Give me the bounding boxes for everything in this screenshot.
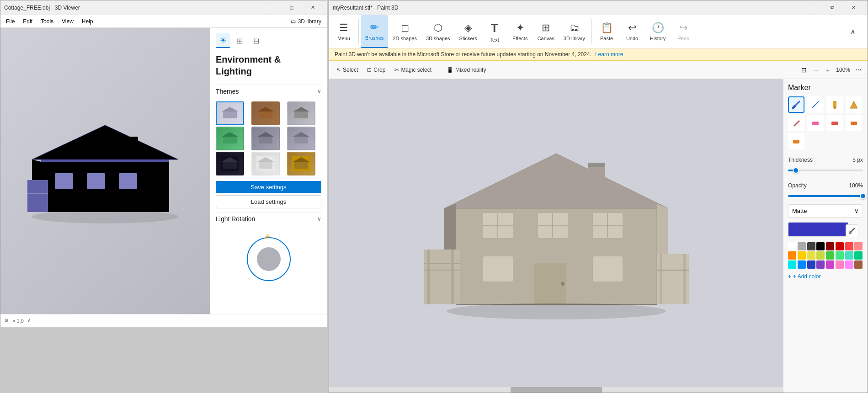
canvas-scrollbar[interactable] [329, 387, 783, 393]
ribbon-paste[interactable]: 📋 Paste [594, 15, 619, 48]
ribbon-history[interactable]: 🕐 History [645, 15, 671, 48]
theme-item-3[interactable] [287, 101, 315, 125]
color-dark-blue[interactable] [807, 260, 815, 269]
ribbon-menu[interactable]: ☰ Menu [331, 15, 357, 48]
color-blue[interactable] [798, 260, 806, 269]
brush-highlighter[interactable] [807, 115, 824, 131]
collapse-icon: ∧ [850, 27, 856, 36]
color-pink-red[interactable] [854, 242, 863, 250]
theme-item-5[interactable] [251, 127, 280, 150]
brush-pen[interactable] [788, 115, 804, 131]
finish-dropdown[interactable]: Matte ∨ [788, 204, 863, 218]
ribbon-brushes[interactable]: ✏ Brushes [361, 15, 388, 48]
opacity-slider[interactable] [788, 191, 863, 201]
light-dial-ring [247, 237, 291, 281]
learn-more-link[interactable]: Learn more [595, 51, 623, 58]
add-color-row[interactable]: + + Add color [788, 271, 863, 281]
ribbon-2d-shapes[interactable]: ◻ 2D shapes [388, 15, 421, 48]
color-pink[interactable] [836, 260, 844, 269]
scrollbar-thumb[interactable] [511, 387, 602, 393]
ribbon-redo[interactable]: ↪ Redo [671, 15, 696, 48]
color-dark-red[interactable] [826, 242, 834, 250]
menu-file[interactable]: File [2, 17, 18, 26]
3d-library-button[interactable]: 🗂 3D library [287, 16, 325, 27]
paint3d-minimize-button[interactable]: ─ [801, 0, 822, 15]
ribbon-3d-library[interactable]: 🗂 3D library [559, 15, 590, 48]
ribbon-canvas[interactable]: ⊞ Canvas [533, 15, 559, 48]
color-light-red[interactable] [845, 242, 853, 250]
color-white[interactable] [788, 242, 796, 250]
theme-item-4[interactable] [216, 127, 244, 150]
theme-item-2[interactable] [251, 101, 280, 125]
zoom-out-button[interactable]: − [810, 64, 821, 75]
theme-item-1[interactable] [216, 101, 244, 125]
color-yellow-orange[interactable] [798, 251, 806, 260]
color-yellow-green[interactable] [816, 251, 825, 260]
crop-tool-button[interactable]: ⊡ Crop [363, 65, 389, 75]
mixed-reality-button[interactable]: 📱 Mixed reality [443, 65, 490, 75]
theme-item-8[interactable] [251, 152, 280, 175]
color-orange[interactable] [788, 251, 796, 260]
light-rotation-header[interactable]: Light Rotation ∨ [216, 212, 321, 225]
minimize-button[interactable]: ─ [260, 0, 281, 15]
paint3d-close-button[interactable]: ✕ [843, 0, 864, 15]
ribbon-text[interactable]: T Text [482, 15, 507, 48]
theme-item-7[interactable] [216, 152, 244, 175]
opacity-thumb[interactable] [860, 193, 866, 199]
color-green[interactable] [826, 251, 834, 260]
brush-calligraphy[interactable] [788, 96, 804, 113]
brush-pencil[interactable] [826, 115, 843, 131]
opacity-label: Opacity [788, 182, 807, 189]
paint3d-restore-button[interactable]: ⧉ [822, 0, 843, 15]
env-lighting-icon-btn[interactable]: ☀ [216, 33, 230, 48]
menu-edit[interactable]: Edit [19, 17, 36, 26]
color-gray[interactable] [798, 242, 806, 250]
brush-watercolor[interactable] [846, 96, 862, 113]
color-mint[interactable] [854, 251, 863, 260]
color-dark-gray[interactable] [807, 242, 815, 250]
load-settings-button[interactable]: Load settings [216, 195, 321, 208]
thickness-row: Thickness 5 px [788, 157, 863, 163]
select-label: Select [343, 67, 358, 73]
color-light-pink[interactable] [845, 260, 853, 269]
color-brown[interactable] [854, 260, 863, 269]
brush-marker[interactable] [807, 96, 824, 113]
thickness-slider[interactable] [788, 166, 863, 175]
themes-section-header[interactable]: Themes ∨ [216, 85, 321, 98]
color-magenta[interactable] [826, 260, 834, 269]
brush-erase[interactable] [788, 133, 804, 149]
thickness-thumb[interactable] [793, 167, 799, 174]
more-options-button[interactable]: ⋯ [853, 64, 864, 75]
menu-help[interactable]: Help [78, 17, 97, 26]
brush-oil[interactable] [826, 96, 843, 113]
ribbon-effects[interactable]: ✦ Effects [507, 15, 533, 48]
color-cyan[interactable] [788, 260, 796, 269]
menu-view[interactable]: View [58, 17, 77, 26]
select-tool-button[interactable]: ↖ Select [333, 65, 362, 75]
zoom-in-button[interactable]: + [822, 64, 833, 75]
env-display-icon-btn[interactable]: ⊞ [232, 33, 247, 48]
theme-item-6[interactable] [287, 127, 315, 150]
maximize-button[interactable]: □ [281, 0, 302, 15]
color-yellow[interactable] [807, 251, 815, 260]
ribbon-stickers[interactable]: ◈ Stickers [455, 15, 482, 48]
color-teal[interactable] [845, 251, 853, 260]
env-grid-icon-btn[interactable]: ⊟ [249, 33, 263, 48]
color-purple[interactable] [816, 260, 825, 269]
magic-select-button[interactable]: ✂ Magic select [391, 65, 435, 75]
menu-tools[interactable]: Tools [37, 17, 57, 26]
active-color-swatch[interactable] [788, 222, 848, 237]
zoom-to-fit-button[interactable]: ⊡ [799, 64, 809, 75]
color-black[interactable] [816, 242, 825, 250]
color-light-green[interactable] [836, 251, 844, 260]
light-rotation-dial[interactable]: ☀ [246, 236, 292, 282]
theme-item-9[interactable] [287, 152, 315, 175]
color-red[interactable] [836, 242, 844, 250]
ribbon-3d-shapes[interactable]: ⬡ 3D shapes [421, 15, 455, 48]
brush-spray[interactable] [846, 115, 862, 131]
eyedropper-button[interactable] [846, 224, 858, 237]
save-settings-button[interactable]: Save settings [216, 181, 321, 193]
ribbon-collapse[interactable]: ∧ [840, 15, 866, 48]
ribbon-undo[interactable]: ↩ Undo [619, 15, 645, 48]
close-button[interactable]: ✕ [302, 0, 323, 15]
